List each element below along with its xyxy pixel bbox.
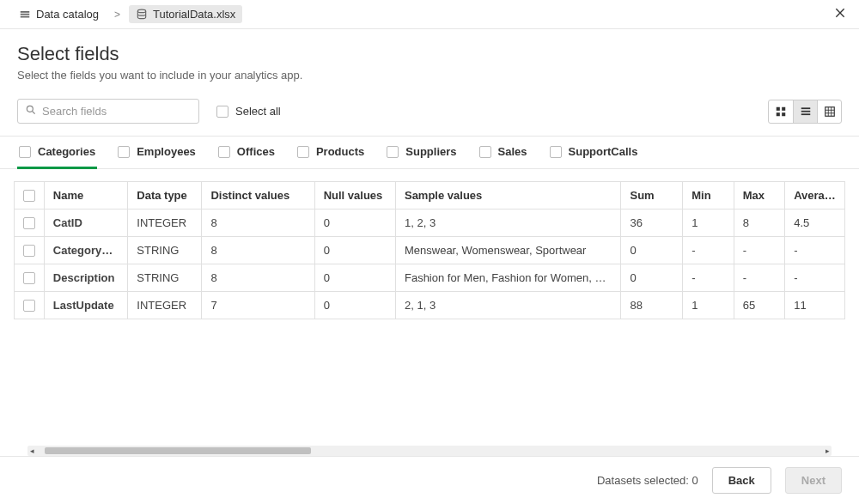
scroll-left-arrow[interactable]: ◂ [27, 446, 36, 455]
tab-label: SupportCalls [569, 145, 638, 158]
svg-rect-4 [777, 112, 780, 116]
view-list-button[interactable] [793, 100, 817, 123]
cell-sum: 36 [621, 209, 683, 237]
row-checkbox[interactable] [23, 272, 35, 284]
cell-min: - [683, 264, 734, 292]
tab-offices[interactable]: Offices [216, 137, 277, 169]
table-row[interactable]: LastUpdate INTEGER 7 0 2, 1, 3 88 1 65 1… [15, 292, 845, 319]
cell-name: CategoryName [44, 237, 127, 264]
tab-checkbox[interactable] [19, 146, 31, 158]
tab-checkbox[interactable] [218, 146, 230, 158]
svg-rect-6 [801, 107, 810, 109]
breadcrumb-current[interactable]: TutorialData.xlsx [129, 5, 242, 23]
header-name[interactable]: Name [44, 182, 127, 209]
cell-null: 0 [314, 292, 395, 319]
cell-min: 1 [683, 209, 734, 237]
table-row[interactable]: CatID INTEGER 8 0 1, 2, 3 36 1 8 4.5 [15, 209, 845, 237]
header-sum[interactable]: Sum [621, 182, 683, 209]
datasets-selected-status: Datasets selected: 0 [597, 474, 698, 487]
horizontal-scrollbar[interactable]: ◂ ▸ [27, 446, 832, 456]
cell-max: 8 [734, 209, 784, 237]
header-data-type[interactable]: Data type [128, 182, 202, 209]
table-header-row: Name Data type Distinct values Null valu… [15, 182, 845, 209]
back-button[interactable]: Back [712, 467, 771, 494]
select-all-checkbox[interactable] [216, 106, 228, 118]
footer-bar: Datasets selected: 0 Back Next [0, 456, 859, 504]
view-switch [768, 100, 842, 124]
fields-table-wrap: Name Data type Distinct values Null valu… [0, 169, 859, 456]
cell-sample: Menswear, Womenswear, Sportwear [395, 237, 621, 264]
tab-label: Products [316, 145, 364, 158]
svg-point-0 [137, 9, 145, 12]
catalog-icon [19, 9, 31, 21]
tab-products[interactable]: Products [295, 137, 366, 169]
tab-label: Employees [137, 145, 196, 158]
cell-distinct: 8 [202, 209, 314, 237]
svg-rect-2 [777, 106, 780, 110]
svg-rect-7 [801, 110, 810, 112]
tab-employees[interactable]: Employees [116, 137, 198, 169]
cell-sum: 0 [621, 237, 683, 264]
table-row[interactable]: CategoryName STRING 8 0 Menswear, Womens… [15, 237, 845, 264]
scroll-right-arrow[interactable]: ▸ [823, 446, 832, 455]
header-checkbox[interactable] [23, 190, 35, 202]
breadcrumb-bar: Data catalog > TutorialData.xlsx [0, 0, 859, 29]
cell-name: LastUpdate [44, 292, 127, 319]
table-row[interactable]: Description STRING 8 0 Fashion for Men, … [15, 264, 845, 292]
next-button[interactable]: Next [785, 467, 842, 494]
select-all[interactable]: Select all [216, 105, 281, 118]
view-table-button[interactable] [817, 100, 841, 123]
tabs-bar: Categories Employees Offices Products Su… [0, 136, 859, 169]
tab-label: Offices [237, 145, 275, 158]
page-header: Select fields Select the fields you want… [0, 29, 859, 88]
tab-sales[interactable]: Sales [478, 137, 529, 169]
tab-suppliers[interactable]: Suppliers [385, 137, 458, 169]
cell-null: 0 [314, 209, 395, 237]
tab-label: Sales [498, 145, 527, 158]
tab-checkbox[interactable] [550, 146, 562, 158]
search-icon [25, 104, 37, 118]
cell-distinct: 7 [202, 292, 314, 319]
svg-rect-8 [801, 113, 810, 115]
close-button[interactable] [833, 6, 847, 22]
search-input[interactable] [42, 105, 192, 118]
cell-max: - [734, 237, 784, 264]
header-sample[interactable]: Sample values [395, 182, 621, 209]
svg-rect-5 [782, 112, 785, 116]
tab-label: Categories [38, 145, 95, 158]
cell-data-type: INTEGER [128, 209, 202, 237]
header-null[interactable]: Null values [314, 182, 395, 209]
controls-row: Select all [0, 88, 859, 136]
tab-categories[interactable]: Categories [17, 137, 97, 169]
cell-name: CatID [44, 209, 127, 237]
cell-avg: 11 [785, 292, 845, 319]
row-checkbox[interactable] [23, 245, 35, 257]
page-subtitle: Select the fields you want to include in… [17, 69, 842, 82]
select-all-label: Select all [235, 105, 281, 118]
breadcrumb-root[interactable]: Data catalog [12, 5, 106, 23]
row-checkbox[interactable] [23, 300, 35, 312]
search-box[interactable] [17, 99, 199, 124]
header-min[interactable]: Min [683, 182, 734, 209]
cell-min: 1 [683, 292, 734, 319]
tab-supportcalls[interactable]: SupportCalls [548, 137, 640, 169]
header-avg[interactable]: Average [785, 182, 845, 209]
tab-checkbox[interactable] [118, 146, 130, 158]
cell-avg: 4.5 [785, 209, 845, 237]
cell-null: 0 [314, 264, 395, 292]
tab-checkbox[interactable] [479, 146, 491, 158]
cell-max: 65 [734, 292, 784, 319]
cell-avg: - [785, 237, 845, 264]
view-grid-button[interactable] [769, 100, 793, 123]
breadcrumb-separator: > [114, 9, 120, 21]
header-distinct[interactable]: Distinct values [202, 182, 314, 209]
tab-checkbox[interactable] [387, 146, 399, 158]
cell-avg: - [785, 264, 845, 292]
scroll-thumb[interactable] [45, 447, 311, 454]
cell-sum: 88 [621, 292, 683, 319]
row-checkbox[interactable] [23, 217, 35, 229]
tab-checkbox[interactable] [297, 146, 309, 158]
cell-sample: 1, 2, 3 [395, 209, 621, 237]
svg-point-1 [27, 106, 33, 112]
header-max[interactable]: Max [734, 182, 784, 209]
